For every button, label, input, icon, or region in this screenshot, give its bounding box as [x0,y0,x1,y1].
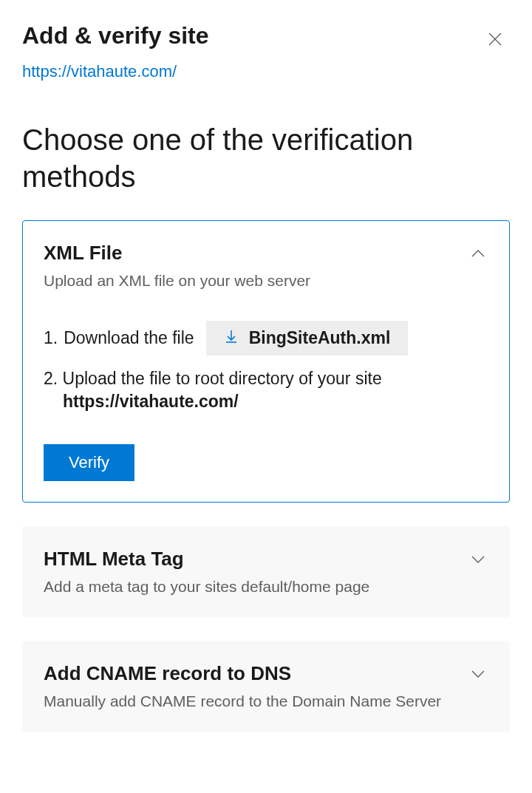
chevron-down-icon [468,549,488,570]
download-file-button[interactable]: BingSiteAuth.xml [206,321,409,355]
method-title: Add CNAME record to DNS [44,662,468,685]
method-subtitle: Upload an XML file on your web server [44,272,468,290]
step-number: 2. [44,369,58,388]
verify-button[interactable]: Verify [44,444,134,481]
step-text: Download the file [64,328,194,348]
method-card-cname: Add CNAME record to DNS Manually add CNA… [22,641,510,732]
method-header-meta[interactable]: HTML Meta Tag Add a meta tag to your sit… [44,548,488,596]
site-url-link[interactable]: https://vitahaute.com/ [22,62,177,81]
method-card-xml: XML File Upload an XML file on your web … [22,220,510,503]
step-2: 2. Upload the file to root directory of … [44,369,488,412]
method-header-xml[interactable]: XML File Upload an XML file on your web … [44,242,488,290]
method-card-meta: HTML Meta Tag Add a meta tag to your sit… [22,526,510,617]
method-subtitle: Manually add CNAME record to the Domain … [44,692,468,710]
method-title: HTML Meta Tag [44,548,468,571]
chevron-up-icon [468,243,488,264]
close-button[interactable] [480,25,510,55]
method-header-cname[interactable]: Add CNAME record to DNS Manually add CNA… [44,662,488,710]
step-text: Upload the file to root directory of you… [63,369,382,388]
step-1: 1. Download the file BingSiteAuth.xml [44,321,488,355]
step-number: 1. [44,328,58,348]
download-filename: BingSiteAuth.xml [249,328,391,348]
section-heading: Choose one of the verification methods [22,121,510,195]
method-title: XML File [44,242,468,265]
chevron-down-icon [468,664,488,684]
download-icon [224,328,239,348]
page-title: Add & verify site [22,22,209,50]
step-url: https://vitahaute.com/ [63,392,488,412]
close-icon [488,32,502,49]
method-subtitle: Add a meta tag to your sites default/hom… [44,578,468,596]
